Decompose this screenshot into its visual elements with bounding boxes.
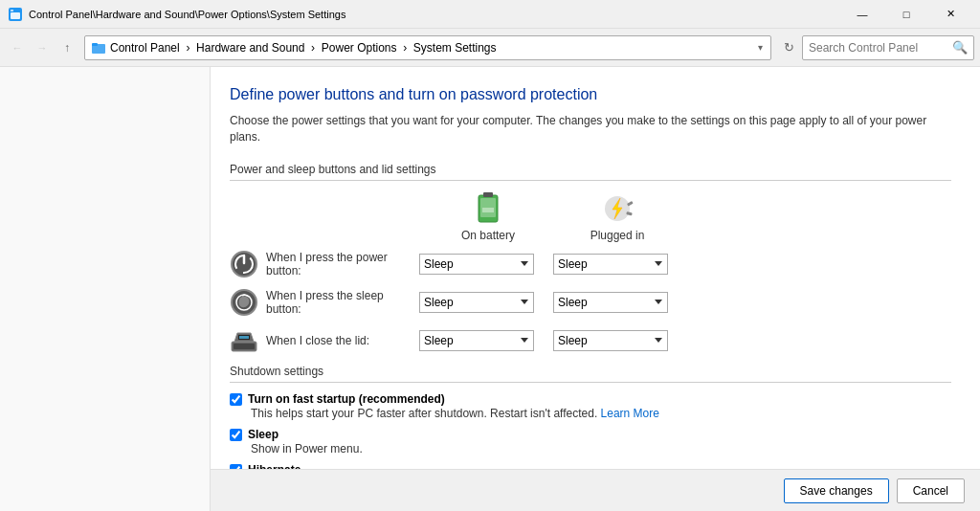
title-bar: Control Panel\Hardware and Sound\Power O… [0,0,980,29]
bottom-bar: Save changes Cancel [211,469,980,511]
power-plugged-select[interactable]: SleepDo nothingHibernateShut downTurn of… [553,254,668,275]
shutdown-section-title: Shutdown settings [230,365,951,383]
sleep-button-row: When I press the sleep button: SleepDo n… [230,288,951,317]
address-dropdown[interactable]: ▾ [756,42,765,53]
back-button[interactable]: ← [6,36,29,59]
svg-rect-1 [11,12,20,19]
battery-label: On battery [461,229,515,242]
app-icon [8,7,23,22]
fast-startup-label: Turn on fast startup (recommended) [248,392,445,406]
sleep-checkbox[interactable] [230,429,242,441]
sleep-plugged-select[interactable]: SleepDo nothingHibernateShut down [553,292,668,313]
power-section-title: Power and sleep buttons and lid settings [230,163,951,181]
svg-rect-8 [482,208,494,212]
forward-button[interactable]: → [31,36,54,59]
fast-startup-learn-more[interactable]: Learn More [601,407,659,420]
lid-icon [230,326,258,355]
svg-rect-4 [92,43,98,46]
address-icon [91,40,106,56]
lid-label: When I close the lid: [266,334,419,347]
fast-startup-desc: This helps start your PC faster after sh… [251,407,951,420]
svg-rect-18 [234,344,255,349]
minimize-button[interactable]: — [840,0,884,29]
refresh-button[interactable]: ↻ [777,36,800,59]
sleep-button-label: When I press the sleep button: [266,289,419,316]
lid-row: When I close the lid: SleepDo nothingHib… [230,326,951,355]
search-input[interactable] [809,41,952,55]
lid-battery-select[interactable]: SleepDo nothingHibernateShut down [419,330,534,351]
search-icon[interactable]: 🔍 [952,40,968,55]
up-button[interactable]: ↑ [56,36,78,59]
plug-icon [599,190,635,227]
page-description: Choose the power settings that you want … [230,113,951,145]
sleep-row: Sleep Show in Power menu. [230,428,951,455]
fast-startup-row: Turn on fast startup (recommended) This … [230,392,951,420]
window-title: Control Panel\Hardware and Sound\Power O… [29,9,840,20]
address-bar[interactable]: Control Panel › Hardware and Sound › Pow… [84,35,771,60]
search-bar[interactable]: 🔍 [802,35,974,60]
save-changes-button[interactable]: Save changes [784,478,889,503]
power-button-row: When I press the power button: SleepDo n… [230,250,951,278]
pluggedin-column-header: Plugged in [555,190,679,242]
battery-icon [473,190,503,227]
svg-rect-2 [11,10,13,11]
page-title: Define power buttons and turn on passwor… [230,86,951,103]
power-battery-select[interactable]: SleepDo nothingHibernateShut downTurn of… [419,254,534,275]
lid-plugged-select[interactable]: SleepDo nothingHibernateShut down [553,330,668,351]
sleep-label: Sleep [248,428,278,441]
maximize-button[interactable]: □ [884,0,928,29]
address-text: Control Panel › Hardware and Sound › Pow… [110,41,756,55]
svg-rect-6 [483,192,493,197]
left-panel [0,67,211,511]
cancel-button[interactable]: Cancel [897,478,965,503]
svg-rect-20 [239,336,249,339]
pluggedin-label: Plugged in [590,229,645,242]
sleep-battery-select[interactable]: SleepDo nothingHibernateShut down [419,292,534,313]
sleep-desc: Show in Power menu. [251,442,951,455]
close-button[interactable]: ✕ [928,0,972,29]
battery-column-header: On battery [421,190,555,242]
power-button-icon [230,250,258,278]
sleep-button-icon [230,288,258,317]
fast-startup-checkbox[interactable] [230,393,242,406]
window-controls: — □ ✕ [840,0,972,29]
power-button-label: When I press the power button: [266,251,419,278]
nav-bar: ← → ↑ Control Panel › Hardware and Sound… [0,29,980,67]
